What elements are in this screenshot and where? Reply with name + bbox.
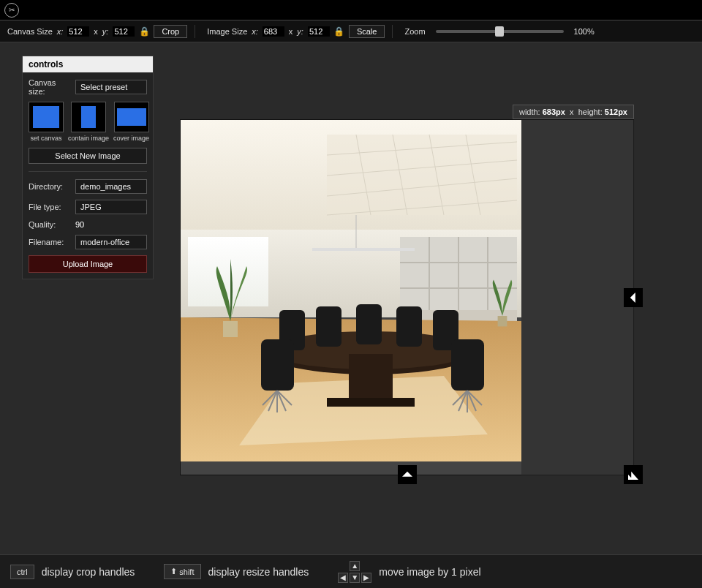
quality-label: Quality: bbox=[29, 220, 71, 229]
zoom-slider-thumb[interactable] bbox=[495, 26, 504, 37]
badge-width-label: width: bbox=[519, 108, 540, 116]
arrow-hint: move image by 1 pixel bbox=[379, 566, 480, 578]
svg-rect-33 bbox=[451, 339, 484, 391]
zoom-value: 100% bbox=[574, 27, 595, 36]
contain-image-label: contain image bbox=[68, 135, 109, 142]
image-size-label: Image Size bbox=[207, 27, 247, 36]
app-logo: ✂ bbox=[4, 3, 19, 18]
svg-rect-11 bbox=[188, 237, 268, 306]
svg-rect-25 bbox=[349, 354, 393, 405]
set-canvas-thumb[interactable]: set canvas bbox=[29, 102, 64, 142]
arrow-up-icon: ⬆ bbox=[170, 567, 177, 576]
zoom-group: Zoom 100% bbox=[404, 27, 601, 36]
canvas-y-value[interactable]: 512 bbox=[113, 26, 135, 37]
select-new-image-button[interactable]: Select New Image bbox=[29, 148, 147, 164]
ctrl-key: ctrl bbox=[10, 565, 34, 579]
svg-rect-30 bbox=[396, 306, 422, 347]
canvas-size-label: Canvas size: bbox=[29, 78, 71, 96]
shift-key-label: shift bbox=[179, 568, 194, 576]
resize-handle-corner[interactable] bbox=[624, 465, 643, 484]
crop-button[interactable]: Crop bbox=[154, 25, 187, 38]
dim-overlay bbox=[521, 120, 635, 476]
lock-canvas-icon[interactable]: 🔒 bbox=[139, 26, 149, 37]
zoom-label: Zoom bbox=[404, 27, 425, 36]
svg-rect-26 bbox=[327, 398, 415, 407]
cover-image-label: cover image bbox=[113, 135, 149, 142]
badge-x: x bbox=[570, 108, 574, 116]
filetype-field[interactable]: JPEG bbox=[75, 200, 147, 214]
quality-value: 90 bbox=[75, 220, 84, 229]
toolbar: Canvas Size x: 512 x y: 512 🔒 Crop Image… bbox=[0, 20, 702, 42]
badge-height-label: height: bbox=[578, 108, 603, 116]
filename-field[interactable]: modern-office bbox=[75, 235, 147, 249]
svg-rect-28 bbox=[316, 306, 341, 347]
resize-handle-right[interactable] bbox=[624, 288, 643, 307]
footer: ctrl display crop handles ⬆ shift displa… bbox=[0, 554, 702, 588]
shift-key: ⬆ shift bbox=[164, 564, 200, 579]
x-label: x: bbox=[57, 27, 64, 36]
upload-image-button[interactable]: Upload Image bbox=[29, 255, 147, 273]
resize-handle-bottom[interactable] bbox=[398, 465, 417, 484]
x-label: x: bbox=[252, 27, 258, 36]
arrow-keys-icon: ▲ ◀▼▶ bbox=[338, 561, 371, 583]
image-y-value[interactable]: 512 bbox=[308, 26, 330, 37]
badge-height-value: 512px bbox=[605, 108, 627, 116]
canvas-size-group: Canvas Size x: 512 x y: 512 🔒 Crop bbox=[7, 25, 195, 38]
svg-rect-21 bbox=[223, 321, 238, 337]
contain-image-thumb[interactable]: contain image bbox=[68, 102, 109, 142]
badge-width-value: 683px bbox=[543, 108, 565, 116]
app-header: ✂ bbox=[0, 0, 702, 20]
image-preview[interactable] bbox=[181, 120, 521, 461]
svg-rect-32 bbox=[261, 339, 294, 391]
image-x-value[interactable]: 683 bbox=[263, 26, 284, 37]
canvas-x-value[interactable]: 512 bbox=[67, 26, 89, 37]
canvas-full[interactable] bbox=[180, 119, 634, 475]
canvas-area: width: 683px x height: 512px bbox=[180, 119, 634, 488]
y-label: y: bbox=[102, 27, 109, 36]
directory-field[interactable]: demo_images bbox=[75, 179, 147, 194]
filetype-label: File type: bbox=[29, 203, 71, 211]
lock-image-icon[interactable]: 🔒 bbox=[334, 26, 344, 37]
controls-panel: controls Canvas size: Select preset set … bbox=[22, 56, 154, 279]
svg-rect-29 bbox=[356, 304, 382, 344]
shift-hint: display resize handles bbox=[208, 566, 309, 578]
directory-label: Directory: bbox=[29, 182, 71, 191]
image-size-group: Image Size x: 683 x y: 512 🔒 Scale bbox=[207, 25, 393, 38]
svg-rect-22 bbox=[498, 316, 507, 326]
y-label: y: bbox=[297, 27, 303, 36]
controls-panel-header: controls bbox=[23, 56, 153, 72]
scale-button[interactable]: Scale bbox=[349, 25, 385, 38]
zoom-slider[interactable] bbox=[436, 30, 564, 33]
svg-rect-35 bbox=[312, 248, 415, 251]
set-canvas-label: set canvas bbox=[30, 135, 61, 142]
size-badge: width: 683px x height: 512px bbox=[513, 105, 634, 119]
preset-select[interactable]: Select preset bbox=[75, 80, 147, 94]
filename-label: Filename: bbox=[29, 238, 71, 246]
canvas-size-label: Canvas Size bbox=[7, 27, 53, 36]
cover-image-thumb[interactable]: cover image bbox=[113, 102, 149, 142]
canvas-mode-thumbs: set canvas contain image cover image bbox=[29, 102, 147, 142]
ctrl-hint: display crop handles bbox=[42, 566, 135, 578]
